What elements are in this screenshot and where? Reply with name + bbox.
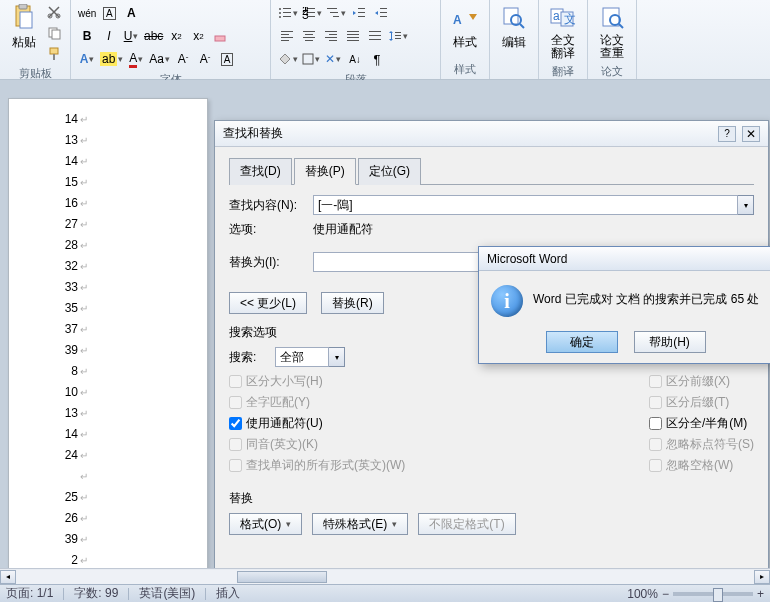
svg-rect-49 (369, 39, 381, 40)
status-page[interactable]: 页面: 1/1 (6, 585, 53, 602)
bold-button[interactable]: B (77, 26, 97, 46)
ok-button[interactable]: 确定 (546, 331, 618, 353)
scroll-right-button[interactable]: ▸ (754, 570, 770, 584)
align-left-button[interactable] (277, 26, 297, 46)
horizontal-scrollbar[interactable]: ◂ ▸ (0, 568, 770, 584)
help-button[interactable]: 帮助(H) (634, 331, 706, 353)
shading-button[interactable]: ▾ (277, 49, 299, 69)
number-cell: 32 (27, 256, 108, 277)
chk-punct[interactable]: 忽略标点符号(S) (649, 436, 754, 453)
status-lang[interactable]: 英语(美国) (139, 585, 195, 602)
char-scale-button[interactable]: Aa▾ (148, 49, 171, 69)
editing-button[interactable]: 编辑 (496, 2, 532, 53)
grow-font-button[interactable]: Aˆ (173, 49, 193, 69)
number-cell: 8 (27, 361, 108, 382)
svg-rect-2 (20, 12, 32, 28)
bullets-button[interactable]: ▾ (277, 3, 299, 23)
status-words[interactable]: 字数: 99 (74, 585, 118, 602)
clear-format-button[interactable] (210, 26, 230, 46)
zoom-slider[interactable] (673, 592, 753, 596)
tab-find[interactable]: 查找(D) (229, 158, 292, 185)
find-dropdown[interactable]: ▾ (738, 195, 754, 215)
translate-button[interactable]: a文 全文 翻译 (545, 2, 581, 62)
replace-button[interactable]: 替换(R) (321, 292, 384, 314)
svg-rect-1 (19, 4, 27, 9)
dec-indent-button[interactable] (349, 3, 369, 23)
message-box: Microsoft Word i Word 已完成对 文档 的搜索并已完成 65… (478, 246, 770, 364)
zoom-out-button[interactable]: − (662, 587, 669, 601)
text-effects-button[interactable]: A▾ (77, 49, 97, 69)
sort2-button[interactable]: A↓ (345, 49, 365, 69)
format-button[interactable]: 格式(O) ▾ (229, 513, 302, 535)
char-border-button[interactable]: A (99, 3, 119, 23)
number-cell: 27 (27, 214, 108, 235)
font-color-button[interactable]: A▾ (126, 49, 146, 69)
line-spacing-button[interactable]: ▾ (387, 26, 409, 46)
chk-sounds[interactable]: 同音(英文)(K) (229, 436, 405, 453)
char-shading-button[interactable]: A (121, 3, 141, 23)
status-mode[interactable]: 插入 (216, 585, 240, 602)
zoom-in-button[interactable]: + (757, 587, 764, 601)
dialog-titlebar[interactable]: 查找和替换 ? ✕ (215, 121, 768, 147)
number-cell: 39 (27, 340, 108, 361)
cut-button[interactable] (44, 2, 64, 22)
numbering-button[interactable]: 123▾ (301, 3, 323, 23)
underline-button[interactable]: U▾ (121, 26, 141, 46)
enclose-char-button[interactable]: A (217, 49, 237, 69)
scroll-thumb[interactable] (237, 571, 327, 583)
chk-prefix[interactable]: 区分前缀(X) (649, 373, 754, 390)
number-cell (27, 466, 108, 487)
paste-button[interactable]: 粘贴 (6, 2, 42, 64)
chk-wildcard[interactable]: 使用通配符(U) (229, 415, 405, 432)
superscript-button[interactable]: x2 (188, 26, 208, 46)
special-button[interactable]: 特殊格式(E) ▾ (312, 513, 408, 535)
scroll-track[interactable] (16, 570, 754, 584)
multilevel-button[interactable]: ▾ (325, 3, 347, 23)
borders-button[interactable]: ▾ (301, 49, 321, 69)
subscript-button[interactable]: x2 (166, 26, 186, 46)
chk-whole[interactable]: 全字匹配(Y) (229, 394, 405, 411)
styles-button[interactable]: A 样式 (447, 2, 483, 53)
tab-replace[interactable]: 替换(P) (294, 158, 356, 185)
zoom-value[interactable]: 100% (627, 587, 658, 601)
shrink-font-button[interactable]: Aˇ (195, 49, 215, 69)
find-input[interactable]: [一-隝] (313, 195, 738, 215)
thesis-button[interactable]: 论文 查重 (594, 2, 630, 62)
less-button[interactable]: << 更少(L) (229, 292, 307, 314)
strike-button[interactable]: abc (143, 26, 164, 46)
align-center-button[interactable] (299, 26, 319, 46)
show-marks-button[interactable]: ¶ (367, 49, 387, 69)
search-dir-label: 搜索: (229, 349, 269, 366)
svg-rect-41 (325, 37, 337, 38)
chk-width[interactable]: 区分全/半角(M) (649, 415, 754, 432)
justify-button[interactable] (343, 26, 363, 46)
search-dir-dropdown[interactable]: ▾ (329, 347, 345, 367)
chk-space[interactable]: 忽略空格(W) (649, 457, 754, 474)
chk-case[interactable]: 区分大小写(H) (229, 373, 405, 390)
scroll-left-button[interactable]: ◂ (0, 570, 16, 584)
align-right-button[interactable] (321, 26, 341, 46)
chk-forms[interactable]: 查找单词的所有形式(英文)(W) (229, 457, 405, 474)
ribbon: 粘贴 剪贴板 wén A A B I U▾ abc x2 x2 (0, 0, 770, 80)
svg-rect-35 (303, 31, 315, 32)
sort-button[interactable]: ✕▾ (323, 49, 343, 69)
search-dir-select[interactable]: 全部 (275, 347, 329, 367)
svg-point-10 (279, 8, 281, 10)
translate-group-label: 翻译 (545, 62, 581, 81)
find-label: 查找内容(N): (229, 197, 307, 214)
close-button[interactable]: ✕ (742, 126, 760, 142)
page[interactable]: 141314151627283233353739810131424 252639… (8, 98, 208, 578)
msgbox-titlebar[interactable]: Microsoft Word (479, 247, 770, 271)
help-button[interactable]: ? (718, 126, 736, 142)
copy-button[interactable] (44, 23, 64, 43)
highlight-button[interactable]: ab▾ (99, 49, 124, 69)
phonetic-button[interactable]: wén (77, 3, 97, 23)
chk-suffix[interactable]: 区分后缀(T) (649, 394, 754, 411)
svg-rect-9 (215, 36, 225, 41)
inc-indent-button[interactable] (371, 3, 391, 23)
format-painter-button[interactable] (44, 44, 64, 64)
tab-goto[interactable]: 定位(G) (358, 158, 421, 185)
italic-button[interactable]: I (99, 26, 119, 46)
distribute-button[interactable] (365, 26, 385, 46)
svg-text:文: 文 (564, 12, 576, 26)
